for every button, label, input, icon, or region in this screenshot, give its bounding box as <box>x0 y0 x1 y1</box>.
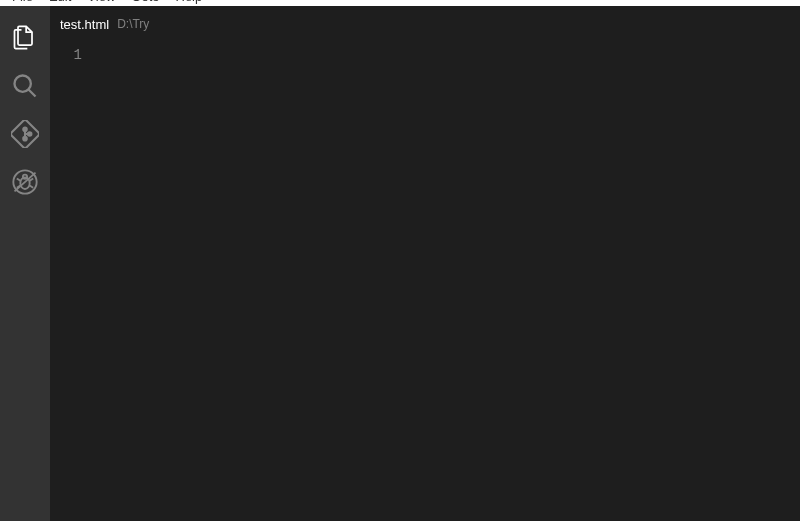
code-area[interactable] <box>100 42 800 521</box>
line-gutter: 1 <box>50 42 100 521</box>
svg-line-12 <box>17 179 20 181</box>
tab-path: D:\Try <box>117 17 149 31</box>
git-icon <box>11 120 39 152</box>
svg-point-0 <box>15 76 31 92</box>
debug-tab[interactable] <box>1 160 49 208</box>
source-control-tab[interactable] <box>1 112 49 160</box>
explorer-tab[interactable] <box>1 16 49 64</box>
svg-point-5 <box>28 132 32 136</box>
search-tab[interactable] <box>1 64 49 112</box>
search-icon <box>11 72 39 104</box>
files-icon <box>11 24 39 56</box>
svg-line-15 <box>30 186 33 188</box>
bug-icon <box>11 168 39 200</box>
svg-point-3 <box>23 128 27 131</box>
line-number: 1 <box>50 46 82 65</box>
editor-body[interactable]: 1 <box>50 42 800 521</box>
activity-bar <box>0 6 50 521</box>
svg-line-13 <box>30 179 33 181</box>
editor-area: test.html D:\Try 1 <box>50 6 800 521</box>
svg-line-1 <box>29 90 36 97</box>
tab-filename: test.html <box>60 17 109 32</box>
editor-tab[interactable]: test.html D:\Try <box>50 6 800 42</box>
svg-point-4 <box>23 137 27 141</box>
